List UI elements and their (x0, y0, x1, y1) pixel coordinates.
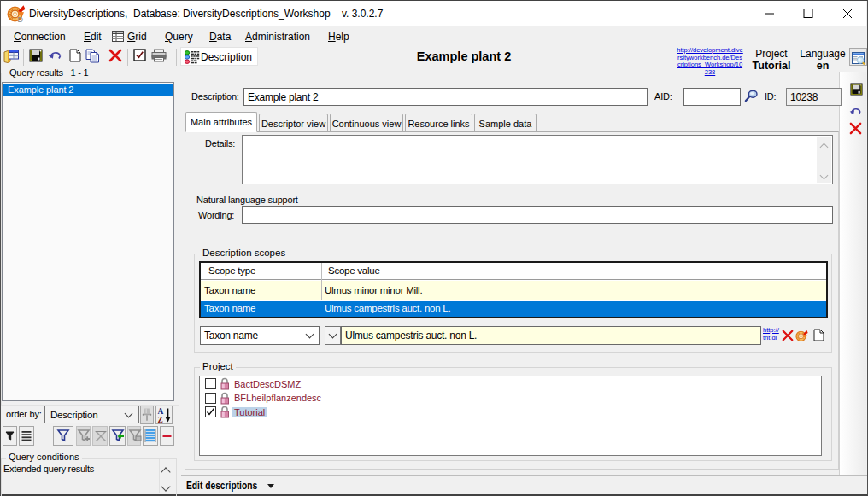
svg-text:A: A (158, 407, 164, 416)
svg-text:Z: Z (158, 416, 163, 424)
svg-text:D: D (18, 15, 24, 23)
